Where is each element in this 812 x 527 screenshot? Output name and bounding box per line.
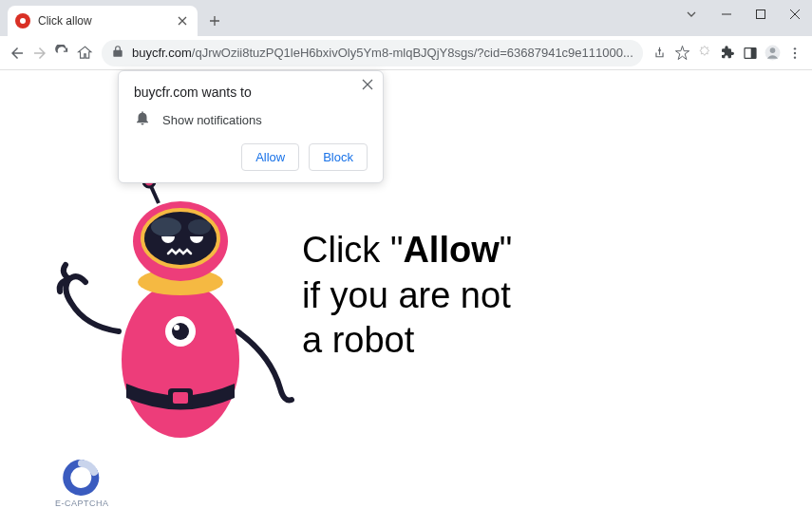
reload-button[interactable] (52, 40, 71, 66)
robot-illustration (52, 170, 299, 455)
bell-icon (134, 109, 151, 130)
allow-button[interactable]: Allow (241, 143, 299, 171)
menu-button[interactable] (785, 40, 804, 66)
block-button[interactable]: Block (309, 143, 368, 171)
maximize-button[interactable] (744, 0, 778, 28)
window-controls (709, 0, 812, 28)
share-button[interactable] (651, 40, 670, 66)
close-window-button[interactable] (778, 0, 812, 28)
page-content: buycfr.com wants to Show notifications A… (0, 70, 812, 527)
svg-point-19 (188, 219, 211, 235)
notification-prompt: buycfr.com wants to Show notifications A… (118, 70, 384, 183)
svg-rect-0 (757, 10, 765, 19)
svg-point-7 (794, 56, 796, 58)
svg-rect-13 (173, 392, 188, 404)
svg-rect-2 (750, 47, 755, 58)
tab-close-button[interactable] (175, 13, 190, 28)
new-tab-button[interactable] (201, 8, 228, 34)
profile-button[interactable] (763, 40, 782, 66)
line1-post: " (500, 230, 513, 270)
forward-button[interactable] (30, 40, 49, 66)
bookmark-button[interactable] (673, 40, 692, 66)
tab-title: Click allow (38, 14, 167, 28)
url-text: buycfr.com/qJrwOzii8tuzPQ1leH6bxivOly5Ym… (132, 46, 633, 60)
address-bar[interactable]: buycfr.com/qJrwOzii8tuzPQ1leH6bxivOly5Ym… (102, 40, 643, 66)
browser-toolbar: buycfr.com/qJrwOzii8tuzPQ1leH6bxivOly5Ym… (0, 36, 812, 70)
svg-point-6 (794, 51, 796, 53)
line1-bold: Allow (403, 230, 499, 270)
svg-point-10 (172, 323, 189, 340)
extension-icon-1[interactable] (695, 40, 714, 66)
svg-point-18 (151, 217, 181, 236)
notification-permission-text: Show notifications (162, 113, 262, 127)
back-button[interactable] (8, 40, 27, 66)
svg-point-11 (174, 325, 179, 330)
svg-point-8 (122, 282, 239, 438)
line2: if you are not (302, 273, 512, 319)
ecaptcha-icon (63, 459, 101, 497)
browser-tab[interactable]: Click allow (8, 6, 198, 36)
titlebar: Click allow (0, 0, 812, 36)
line3: a robot (302, 318, 512, 364)
notification-close-button[interactable] (362, 77, 373, 94)
favicon (15, 13, 30, 28)
url-domain: buycfr.com (132, 46, 192, 60)
extensions-button[interactable] (718, 40, 737, 66)
home-button[interactable] (75, 40, 94, 66)
tab-search-button[interactable] (685, 8, 698, 25)
lock-icon (111, 45, 124, 62)
svg-point-4 (770, 47, 776, 53)
main-message: Click "Allow" if you are not a robot (302, 228, 512, 364)
ecaptcha-logo: E-CAPTCHA (55, 459, 109, 508)
url-path: /qJrwOzii8tuzPQ1leH6bxivOly5Ym8-mlqBJQjY… (192, 46, 633, 60)
sidepanel-button[interactable] (741, 40, 760, 66)
minimize-button[interactable] (709, 0, 744, 28)
notification-title: buycfr.com wants to (134, 85, 368, 100)
ecaptcha-label: E-CAPTCHA (55, 499, 109, 508)
svg-point-5 (794, 47, 796, 49)
line1-pre: Click " (302, 230, 403, 270)
